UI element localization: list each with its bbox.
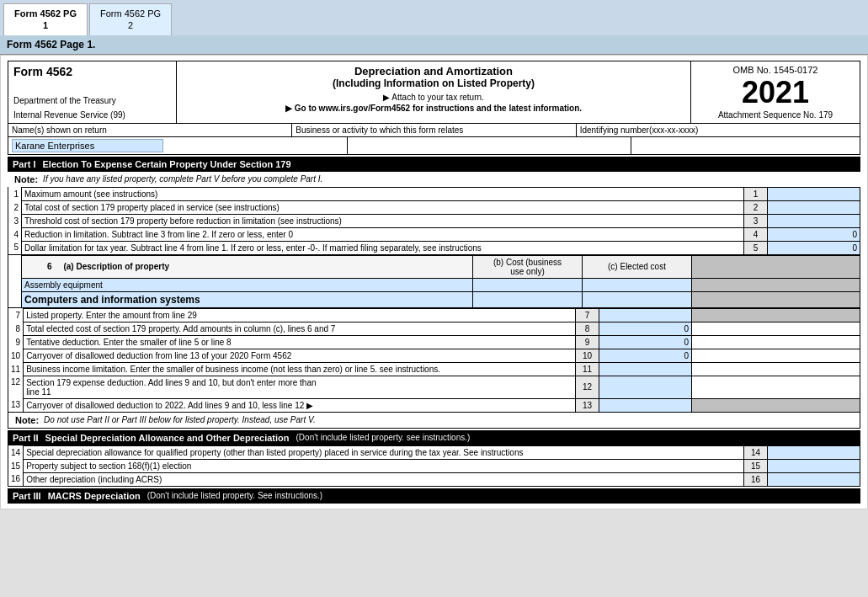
line14-row: 14 Special depreciation allowance for qu… [8,445,860,459]
name-input-field[interactable]: Karane Enterprises [12,139,163,152]
tabs-bar: Form 4562 PG 1 Form 4562 PG 2 [0,0,868,35]
business-label: Business or activity to which this form … [292,124,576,136]
line3-row: 3 Threshold cost of section 179 property… [8,214,860,227]
part3-header: Part III MACRS Depreciation (Don't inclu… [8,488,860,504]
attach-text: ▶ Attach to your tax return. [180,93,687,102]
part1-note2: Note: Do not use Part II or Part III bel… [8,413,860,429]
line8-row: 8 Total elected cost of section 179 prop… [8,322,860,335]
line15-row: 15 Property subject to section 168(f)(1)… [8,459,860,472]
line12-row: 12 Section 179 expense deduction. Add li… [8,376,860,398]
line11-row: 11 Business income limitation. Enter the… [8,362,860,376]
attachment-seq: Attachment Sequence No. 179 [696,110,855,120]
page-title-bar: Form 4562 Page 1. [0,35,868,55]
part1-note: Note: If you have any listed property, c… [8,172,860,187]
go-text: ▶ Go to www.irs.gov/Form4562 for instruc… [180,104,687,113]
irs-label: Internal Revenue Service (99) [13,110,171,120]
tab-page1[interactable]: Form 4562 PG 1 [3,3,88,35]
line16-row: 16 Other depreciation (including ACRS) 1… [8,472,860,486]
assembly-row: Assembly equipment [8,278,860,291]
part2-header: Part II Special Depreciation Allowance a… [8,430,860,445]
line10-row: 10 Carryover of disallowed deduction fro… [8,349,860,362]
col6-num: 6 [47,262,52,271]
line4-row: 4 Reduction in limitation. Subtract line… [8,227,860,241]
form-title-line1: Depreciation and Amortization [180,65,687,77]
form-name: Form 4562 [13,65,171,78]
form-title-line2: (Including Information on Listed Propert… [180,77,687,89]
line5-row: 5 Dollar limitation for tax year. Subtra… [8,241,860,254]
omb-number: OMB No. 1545-0172 [696,65,855,75]
id-label: Identifying number(xxx-xx-xxxx) [577,124,860,136]
line7-row: 7 Listed property. Enter the amount from… [8,308,860,322]
tax-year: 2021 [696,75,855,110]
line2-row: 2 Total cost of section 179 property pla… [8,200,860,214]
dept-treasury: Department of the Treasury [13,96,171,105]
part1-header: Part I Election To Expense Certain Prope… [8,157,860,172]
line1-row: 1 Maximum amount (see instructions) 1 [8,187,860,200]
line13-row: 13 Carryover of disallowed deduction to … [8,398,860,412]
name-label: Name(s) shown on return [8,124,292,136]
col6-header: 6 (a) Description of property (b) Cost (… [8,255,860,278]
computers-row: Computers and information systems [8,291,860,307]
tab-page2[interactable]: Form 4562 PG 2 [89,3,172,35]
line9-row: 9 Tentative deduction. Enter the smaller… [8,335,860,349]
